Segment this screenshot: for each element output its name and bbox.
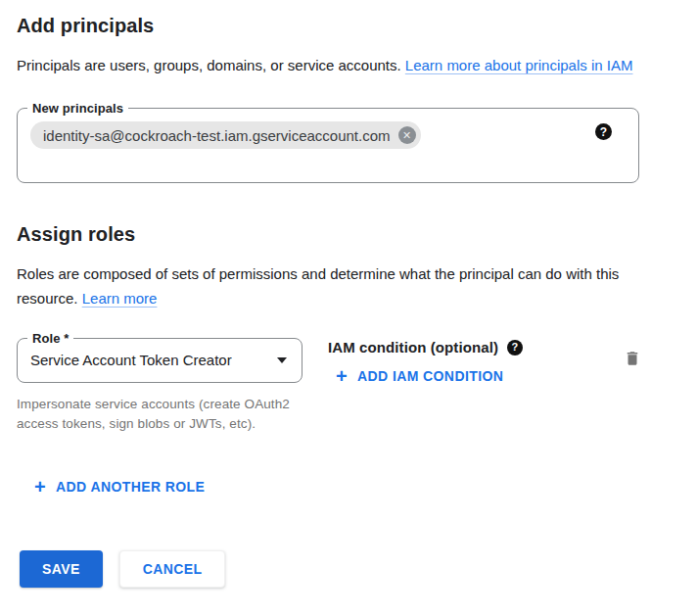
- delete-role-column: [624, 338, 641, 372]
- learn-more-roles-link[interactable]: Learn more: [82, 290, 158, 307]
- learn-more-principals-link[interactable]: Learn more about principals in IAM: [405, 57, 633, 73]
- role-select[interactable]: Role * Service Account Token Creator: [17, 338, 302, 383]
- new-principals-input[interactable]: New principals identity-sa@cockroach-tes…: [17, 108, 639, 183]
- new-principals-label: New principals: [27, 100, 128, 117]
- cancel-button[interactable]: CANCEL: [119, 550, 226, 588]
- add-iam-condition-label: ADD IAM CONDITION: [357, 368, 503, 384]
- add-another-role-button[interactable]: + ADD ANOTHER ROLE: [34, 479, 205, 495]
- role-helper-text: Impersonate service accounts (create OAu…: [17, 395, 299, 434]
- plus-icon: +: [336, 368, 348, 384]
- delete-role-button[interactable]: [624, 349, 641, 368]
- add-principals-panel: Add principals Principals are users, gro…: [0, 0, 698, 588]
- principal-chip-text: identity-sa@cockroach-test.iam.gservicea…: [43, 127, 391, 144]
- role-column: Role * Service Account Token Creator Imp…: [17, 338, 302, 434]
- roles-description: Roles are composed of sets of permission…: [17, 261, 655, 310]
- new-principals-help-icon[interactable]: ?: [595, 123, 612, 140]
- iam-condition-column: IAM condition (optional) ? + ADD IAM CON…: [328, 338, 523, 384]
- chip-remove-icon[interactable]: ✕: [398, 126, 416, 144]
- iam-condition-help-icon[interactable]: ?: [507, 340, 523, 355]
- iam-condition-label: IAM condition (optional): [328, 339, 498, 355]
- iam-condition-header: IAM condition (optional) ?: [328, 339, 523, 355]
- add-another-role-label: ADD ANOTHER ROLE: [56, 479, 205, 495]
- assign-roles-title: Assign roles: [17, 223, 698, 246]
- save-button[interactable]: SAVE: [20, 550, 103, 588]
- trash-icon: [624, 349, 641, 368]
- principals-description: Principals are users, groups, domains, o…: [17, 53, 655, 77]
- role-label: Role *: [27, 330, 73, 347]
- plus-icon: +: [34, 479, 46, 495]
- page-title: Add principals: [17, 15, 698, 37]
- principals-description-text: Principals are users, groups, domains, o…: [17, 57, 405, 73]
- dialog-actions: SAVE CANCEL: [20, 550, 698, 588]
- chevron-down-icon: [277, 357, 287, 363]
- add-iam-condition-button[interactable]: + ADD IAM CONDITION: [336, 368, 503, 384]
- role-row: Role * Service Account Token Creator Imp…: [17, 338, 659, 434]
- principal-chip[interactable]: identity-sa@cockroach-test.iam.gservicea…: [30, 121, 421, 149]
